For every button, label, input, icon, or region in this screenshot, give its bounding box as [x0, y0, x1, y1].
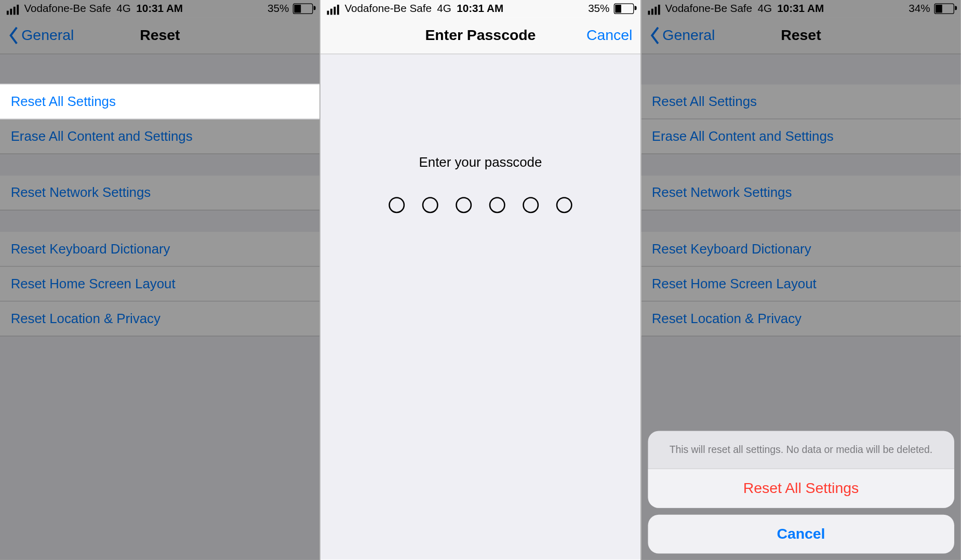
- screenshot-reset-list: Vodafone-Be Safe 4G 10:31 AM 35% General…: [0, 0, 320, 560]
- action-sheet-message: This will reset all settings. No data or…: [648, 431, 954, 469]
- action-sheet-main: This will reset all settings. No data or…: [648, 431, 954, 508]
- passcode-dots: [389, 197, 572, 213]
- status-bar: Vodafone-Be Safe 4G 10:31 AM 35%: [321, 0, 640, 18]
- passcode-dot-2[interactable]: [422, 197, 438, 213]
- network-type: 4G: [437, 3, 451, 15]
- page-title: Enter Passcode: [425, 27, 536, 45]
- action-sheet-cancel-button[interactable]: Cancel: [648, 515, 954, 554]
- battery-fill: [615, 5, 622, 12]
- cellular-signal-icon: [327, 3, 339, 15]
- passcode-prompt: Enter your passcode: [419, 155, 542, 170]
- clock: 10:31 AM: [457, 3, 503, 15]
- nav-bar: Enter Passcode Cancel: [321, 18, 640, 55]
- passcode-body: Enter your passcode: [321, 54, 640, 559]
- reset-all-settings-confirm-button[interactable]: Reset All Settings: [648, 469, 954, 508]
- screenshot-passcode: Vodafone-Be Safe 4G 10:31 AM 35% Enter P…: [320, 0, 640, 560]
- passcode-dot-4[interactable]: [489, 197, 505, 213]
- carrier-label: Vodafone-Be Safe: [344, 3, 432, 15]
- battery-percent: 35%: [588, 3, 609, 15]
- passcode-dot-5[interactable]: [523, 197, 539, 213]
- passcode-dot-6[interactable]: [556, 197, 572, 213]
- reset-all-settings-itemital-highlight[interactable]: Reset All Settings: [0, 84, 320, 119]
- passcode-dot-3[interactable]: [456, 197, 472, 213]
- battery-icon: [613, 3, 634, 14]
- screenshot-action-sheet: Vodafone-Be Safe 4G 10:31 AM 34% General…: [640, 0, 961, 560]
- cancel-button[interactable]: Cancel: [586, 27, 632, 45]
- action-sheet: This will reset all settings. No data or…: [648, 431, 954, 553]
- passcode-dot-1[interactable]: [389, 197, 405, 213]
